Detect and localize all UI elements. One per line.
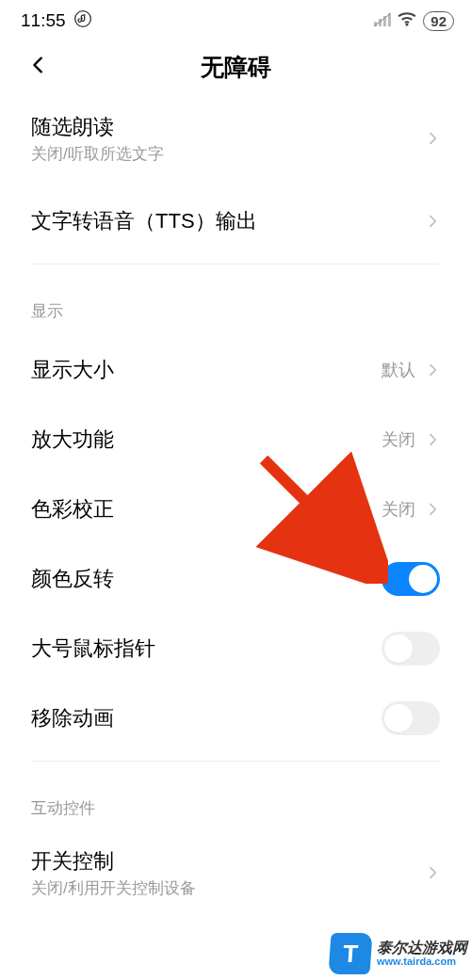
annotation-arrow-icon [256, 452, 388, 584]
row-sub: 关闭/听取所选文字 [31, 143, 425, 165]
svg-point-6 [406, 24, 409, 26]
section-display: 显示 [31, 265, 440, 335]
clock: 11:55 [21, 10, 66, 31]
row-label: 文字转语音（TTS）输出 [31, 207, 425, 235]
row-switch-access[interactable]: 开关控制 关闭/利用开关控制设备 [31, 832, 440, 913]
row-label: 显示大小 [31, 356, 382, 384]
watermark-title: 泰尔达游戏网 [377, 940, 467, 956]
signal-icon [374, 10, 391, 31]
status-bar: 11:55 92 [0, 0, 471, 36]
watermark-url: www.tairda.com [377, 956, 467, 968]
row-value: 默认 [382, 359, 415, 381]
row-label: 大号鼠标指针 [31, 635, 382, 663]
row-label: 放大功能 [31, 426, 382, 454]
battery-indicator: 92 [423, 11, 454, 31]
row-remove-animations: 移除动画 [31, 683, 440, 753]
watermark-badge: T [328, 933, 372, 974]
row-large-cursor: 大号鼠标指针 [31, 614, 440, 683]
section-interaction: 互动控件 [31, 762, 440, 832]
row-label: 移除动画 [31, 704, 382, 732]
toggle-remove-animations[interactable] [382, 701, 440, 735]
row-value: 关闭 [382, 428, 415, 451]
toggle-large-cursor[interactable] [382, 632, 440, 666]
row-select-to-speak[interactable]: 随选朗读 关闭/听取所选文字 [31, 98, 440, 179]
watermark: T 泰尔达游戏网 www.tairda.com [330, 933, 467, 974]
chevron-right-icon [425, 502, 440, 517]
row-label: 开关控制 [31, 847, 425, 876]
row-label: 随选朗读 [31, 113, 425, 141]
chevron-right-icon [425, 362, 440, 378]
row-tts-output[interactable]: 文字转语音（TTS）输出 [31, 179, 440, 264]
chevron-right-icon [425, 432, 440, 447]
svg-line-7 [264, 459, 367, 563]
back-button[interactable] [28, 55, 49, 79]
svg-point-0 [74, 10, 90, 26]
chevron-right-icon [425, 865, 440, 880]
row-display-size[interactable]: 显示大小 默认 [31, 335, 440, 405]
chevron-right-icon [425, 214, 440, 229]
wifi-icon [397, 10, 417, 31]
music-icon [73, 9, 92, 33]
toggle-color-inversion[interactable] [382, 562, 440, 596]
page-title: 无障碍 [201, 52, 271, 83]
chevron-right-icon [425, 131, 440, 146]
page-header: 无障碍 [0, 36, 471, 98]
row-sub: 关闭/利用开关控制设备 [31, 877, 425, 899]
